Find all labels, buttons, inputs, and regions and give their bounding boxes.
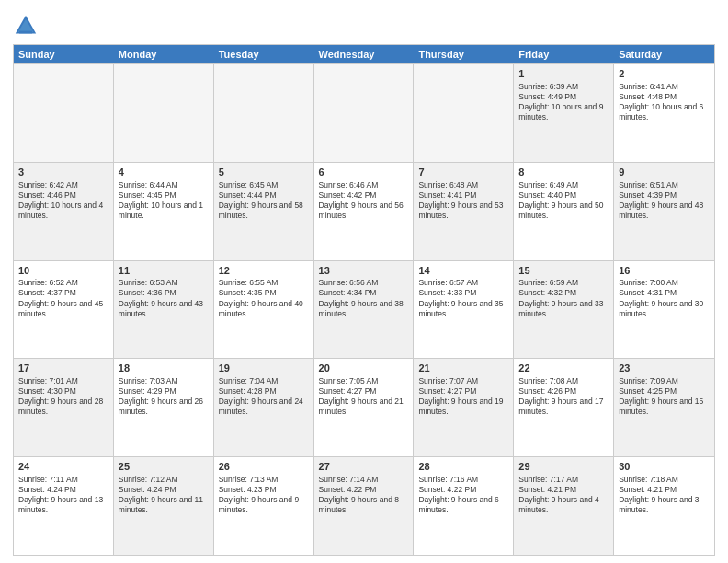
day-number: 28: [418, 460, 508, 474]
day-number: 30: [619, 460, 710, 474]
page: SundayMondayTuesdayWednesdayThursdayFrid…: [0, 0, 728, 563]
day-number: 9: [619, 166, 710, 179]
calendar-cell: 17Sunrise: 7:01 AM Sunset: 4:30 PM Dayli…: [14, 359, 114, 456]
calendar-body: 1Sunrise: 6:39 AM Sunset: 4:49 PM Daylig…: [14, 63, 714, 555]
day-number: 25: [119, 460, 209, 474]
header-day-saturday: Saturday: [614, 45, 714, 63]
day-info: Sunrise: 7:12 AM Sunset: 4:24 PM Dayligh…: [119, 475, 209, 515]
day-number: 16: [619, 264, 710, 278]
day-number: 2: [619, 67, 710, 81]
day-info: Sunrise: 6:39 AM Sunset: 4:49 PM Dayligh…: [518, 82, 609, 122]
calendar: SundayMondayTuesdayWednesdayThursdayFrid…: [13, 44, 715, 556]
day-info: Sunrise: 6:48 AM Sunset: 4:41 PM Dayligh…: [418, 180, 508, 221]
day-info: Sunrise: 6:56 AM Sunset: 4:34 PM Dayligh…: [319, 278, 409, 318]
calendar-cell: [14, 64, 114, 162]
day-number: 12: [219, 264, 309, 278]
header-day-wednesday: Wednesday: [314, 45, 415, 63]
day-info: Sunrise: 6:45 AM Sunset: 4:44 PM Dayligh…: [219, 180, 309, 221]
svg-rect-2: [19, 31, 32, 34]
calendar-cell: 1Sunrise: 6:39 AM Sunset: 4:49 PM Daylig…: [514, 64, 614, 162]
calendar-cell: 30Sunrise: 7:18 AM Sunset: 4:21 PM Dayli…: [614, 457, 714, 555]
calendar-cell: 20Sunrise: 7:05 AM Sunset: 4:27 PM Dayli…: [314, 359, 415, 456]
day-number: 10: [18, 264, 108, 278]
day-info: Sunrise: 7:01 AM Sunset: 4:30 PM Dayligh…: [18, 376, 108, 417]
day-number: 5: [219, 166, 309, 179]
day-number: 3: [18, 166, 108, 179]
day-number: 1: [518, 67, 609, 81]
day-info: Sunrise: 6:53 AM Sunset: 4:36 PM Dayligh…: [119, 278, 209, 318]
calendar-cell: [414, 64, 514, 162]
calendar-cell: 13Sunrise: 6:56 AM Sunset: 4:34 PM Dayli…: [314, 261, 415, 359]
calendar-cell: 24Sunrise: 7:11 AM Sunset: 4:24 PM Dayli…: [14, 457, 114, 555]
day-number: 18: [119, 362, 209, 375]
calendar-cell: 26Sunrise: 7:13 AM Sunset: 4:23 PM Dayli…: [214, 457, 314, 555]
day-info: Sunrise: 7:07 AM Sunset: 4:27 PM Dayligh…: [418, 376, 508, 417]
header-day-thursday: Thursday: [414, 45, 514, 63]
day-info: Sunrise: 6:42 AM Sunset: 4:46 PM Dayligh…: [18, 180, 108, 221]
calendar-cell: 25Sunrise: 7:12 AM Sunset: 4:24 PM Dayli…: [114, 457, 214, 555]
header-day-tuesday: Tuesday: [214, 45, 314, 63]
day-info: Sunrise: 7:03 AM Sunset: 4:29 PM Dayligh…: [119, 376, 209, 417]
calendar-cell: 15Sunrise: 6:59 AM Sunset: 4:32 PM Dayli…: [514, 261, 614, 359]
calendar-cell: 18Sunrise: 7:03 AM Sunset: 4:29 PM Dayli…: [114, 359, 214, 456]
day-number: 27: [319, 460, 409, 474]
day-info: Sunrise: 7:13 AM Sunset: 4:23 PM Dayligh…: [219, 475, 309, 515]
day-number: 13: [319, 264, 409, 278]
day-info: Sunrise: 7:05 AM Sunset: 4:27 PM Dayligh…: [319, 376, 409, 417]
day-info: Sunrise: 6:59 AM Sunset: 4:32 PM Dayligh…: [518, 278, 609, 318]
calendar-cell: 11Sunrise: 6:53 AM Sunset: 4:36 PM Dayli…: [114, 261, 214, 359]
calendar-cell: 9Sunrise: 6:51 AM Sunset: 4:39 PM Daylig…: [614, 163, 714, 260]
day-number: 19: [219, 362, 309, 375]
calendar-cell: [114, 64, 214, 162]
calendar-row-0: 1Sunrise: 6:39 AM Sunset: 4:49 PM Daylig…: [14, 63, 714, 162]
day-info: Sunrise: 6:57 AM Sunset: 4:33 PM Dayligh…: [418, 278, 508, 318]
day-info: Sunrise: 6:46 AM Sunset: 4:42 PM Dayligh…: [319, 180, 409, 221]
calendar-cell: 5Sunrise: 6:45 AM Sunset: 4:44 PM Daylig…: [214, 163, 314, 260]
calendar-cell: 7Sunrise: 6:48 AM Sunset: 4:41 PM Daylig…: [414, 163, 514, 260]
calendar-cell: [214, 64, 314, 162]
day-number: 29: [518, 460, 609, 474]
calendar-cell: 22Sunrise: 7:08 AM Sunset: 4:26 PM Dayli…: [514, 359, 614, 456]
calendar-cell: 27Sunrise: 7:14 AM Sunset: 4:22 PM Dayli…: [314, 457, 415, 555]
day-info: Sunrise: 6:44 AM Sunset: 4:45 PM Dayligh…: [119, 180, 209, 221]
day-number: 23: [619, 362, 710, 375]
day-number: 22: [518, 362, 609, 375]
day-info: Sunrise: 7:04 AM Sunset: 4:28 PM Dayligh…: [219, 376, 309, 417]
day-info: Sunrise: 7:16 AM Sunset: 4:22 PM Dayligh…: [418, 475, 508, 515]
day-number: 26: [219, 460, 309, 474]
calendar-cell: 29Sunrise: 7:17 AM Sunset: 4:21 PM Dayli…: [514, 457, 614, 555]
day-number: 14: [418, 264, 508, 278]
calendar-cell: 4Sunrise: 6:44 AM Sunset: 4:45 PM Daylig…: [114, 163, 214, 260]
day-info: Sunrise: 6:55 AM Sunset: 4:35 PM Dayligh…: [219, 278, 309, 318]
day-number: 20: [319, 362, 409, 375]
calendar-row-1: 3Sunrise: 6:42 AM Sunset: 4:46 PM Daylig…: [14, 162, 714, 260]
day-info: Sunrise: 7:18 AM Sunset: 4:21 PM Dayligh…: [619, 475, 710, 515]
day-number: 6: [319, 166, 409, 179]
day-number: 21: [418, 362, 508, 375]
day-info: Sunrise: 6:52 AM Sunset: 4:37 PM Dayligh…: [18, 278, 108, 318]
day-info: Sunrise: 7:17 AM Sunset: 4:21 PM Dayligh…: [518, 475, 609, 515]
header-day-sunday: Sunday: [14, 45, 114, 63]
day-number: 15: [518, 264, 609, 278]
calendar-cell: 12Sunrise: 6:55 AM Sunset: 4:35 PM Dayli…: [214, 261, 314, 359]
calendar-cell: [314, 64, 415, 162]
logo-area: [13, 9, 40, 39]
day-info: Sunrise: 6:41 AM Sunset: 4:48 PM Dayligh…: [619, 82, 710, 122]
calendar-cell: 14Sunrise: 6:57 AM Sunset: 4:33 PM Dayli…: [414, 261, 514, 359]
calendar-cell: 6Sunrise: 6:46 AM Sunset: 4:42 PM Daylig…: [314, 163, 415, 260]
day-info: Sunrise: 6:49 AM Sunset: 4:40 PM Dayligh…: [518, 180, 609, 221]
header-day-monday: Monday: [114, 45, 214, 63]
day-number: 24: [18, 460, 108, 474]
calendar-cell: 2Sunrise: 6:41 AM Sunset: 4:48 PM Daylig…: [614, 64, 714, 162]
day-info: Sunrise: 7:14 AM Sunset: 4:22 PM Dayligh…: [319, 475, 409, 515]
day-number: 7: [418, 166, 508, 179]
calendar-row-4: 24Sunrise: 7:11 AM Sunset: 4:24 PM Dayli…: [14, 456, 714, 555]
calendar-cell: 8Sunrise: 6:49 AM Sunset: 4:40 PM Daylig…: [514, 163, 614, 260]
calendar-cell: 21Sunrise: 7:07 AM Sunset: 4:27 PM Dayli…: [414, 359, 514, 456]
calendar-cell: 19Sunrise: 7:04 AM Sunset: 4:28 PM Dayli…: [214, 359, 314, 456]
calendar-cell: 28Sunrise: 7:16 AM Sunset: 4:22 PM Dayli…: [414, 457, 514, 555]
header: [13, 9, 715, 39]
header-day-friday: Friday: [514, 45, 614, 63]
calendar-cell: 16Sunrise: 7:00 AM Sunset: 4:31 PM Dayli…: [614, 261, 714, 359]
calendar-row-2: 10Sunrise: 6:52 AM Sunset: 4:37 PM Dayli…: [14, 260, 714, 359]
